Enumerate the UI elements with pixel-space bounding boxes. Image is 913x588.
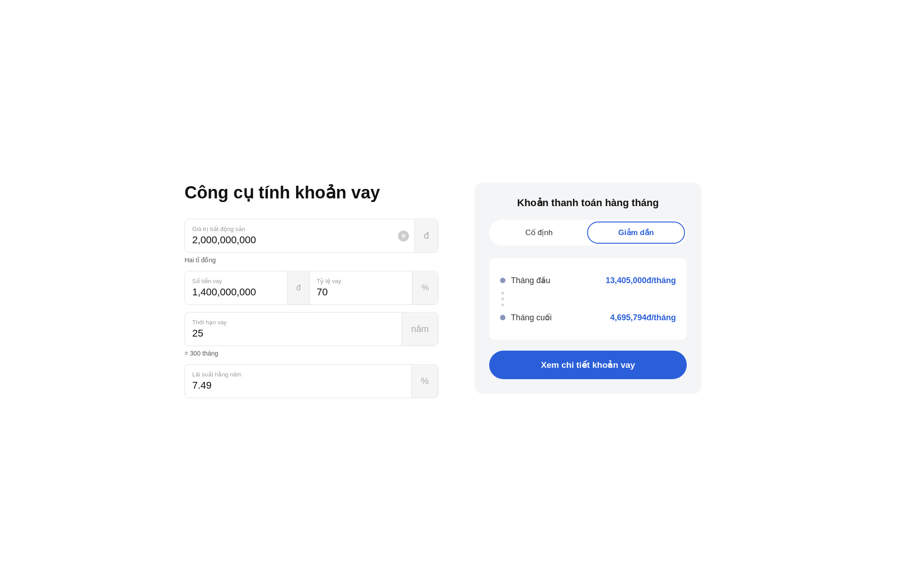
property-value-box: Giá trị bất động sản ✕ đ — [185, 219, 438, 253]
loan-ratio-input[interactable] — [317, 286, 405, 298]
tab-fixed[interactable]: Cố định — [491, 222, 587, 244]
close-icon: ✕ — [398, 231, 409, 241]
connector-dot-3 — [501, 304, 504, 306]
loan-amount-suffix: đ — [287, 272, 309, 304]
interest-rate-input-area: Lãi suất hằng năm — [185, 365, 411, 398]
property-value-input[interactable] — [192, 234, 385, 246]
loan-term-input-area: Thời hạn vay — [185, 313, 402, 346]
loan-amount-input[interactable] — [192, 286, 280, 298]
loan-term-helper: = 300 tháng — [185, 350, 438, 357]
first-month-amount: 13,405,000đ/tháng — [606, 276, 676, 285]
connector-dot-1 — [501, 292, 504, 294]
interest-rate-suffix: % — [411, 365, 438, 398]
loan-amount-area: Số tiền vay — [185, 271, 287, 304]
loan-term-suffix: năm — [402, 313, 438, 346]
first-month-label: Tháng đầu — [511, 275, 550, 285]
first-month-dot — [500, 278, 505, 283]
interest-rate-label: Lãi suất hằng năm — [192, 371, 404, 378]
interest-rate-input[interactable] — [192, 380, 404, 391]
view-loan-detail-button[interactable]: Xem chi tiết khoản vay — [489, 351, 687, 379]
interest-rate-group: Lãi suất hằng năm % — [185, 364, 438, 398]
clear-property-value-button[interactable]: ✕ — [393, 231, 414, 241]
page-title: Công cụ tính khoản vay — [185, 183, 438, 202]
loan-ratio-area: Tỷ lệ vay — [310, 271, 412, 304]
loan-term-box: Thời hạn vay năm — [185, 312, 438, 346]
result-card: Khoản thanh toán hàng tháng Cố định Giảm… — [475, 183, 701, 394]
loan-ratio-suffix: % — [412, 272, 438, 304]
property-value-helper: Hai tỉ đồng — [185, 256, 438, 264]
last-month-dot — [500, 315, 505, 320]
interest-rate-box: Lãi suất hằng năm % — [185, 364, 438, 398]
loan-ratio-label: Tỷ lệ vay — [317, 278, 405, 284]
property-value-input-area: Giá trị bất động sản — [185, 219, 393, 252]
tab-decreasing[interactable]: Giảm dần — [587, 222, 685, 244]
last-month-amount: 4,695,794đ/tháng — [610, 313, 676, 323]
last-month-row: Tháng cuối 4,695,794đ/tháng — [500, 308, 676, 327]
left-panel: Công cụ tính khoản vay Giá trị bất động … — [185, 183, 438, 405]
payment-type-tabs: Cố định Giảm dần — [489, 220, 687, 246]
loan-amount-ratio-box: Số tiền vay đ Tỷ lệ vay % — [185, 271, 438, 305]
last-month-label: Tháng cuối — [511, 313, 552, 323]
loan-term-input[interactable] — [192, 328, 394, 339]
loan-term-group: Thời hạn vay năm = 300 tháng — [185, 312, 438, 357]
property-value-group: Giá trị bất động sản ✕ đ Hai tỉ đồng — [185, 219, 438, 264]
loan-term-label: Thời hạn vay — [192, 319, 394, 326]
property-value-label: Giá trị bất động sản — [192, 226, 385, 232]
right-panel: Khoản thanh toán hàng tháng Cố định Giảm… — [475, 183, 701, 394]
loan-amount-label: Số tiền vay — [192, 278, 280, 284]
payment-summary-card: Tháng đầu 13,405,000đ/tháng Tháng cuối 4… — [489, 258, 687, 340]
first-month-row: Tháng đầu 13,405,000đ/tháng — [500, 271, 676, 290]
connector-dot-2 — [501, 298, 504, 300]
property-value-suffix: đ — [414, 220, 438, 252]
result-title: Khoản thanh toán hàng tháng — [489, 197, 687, 209]
